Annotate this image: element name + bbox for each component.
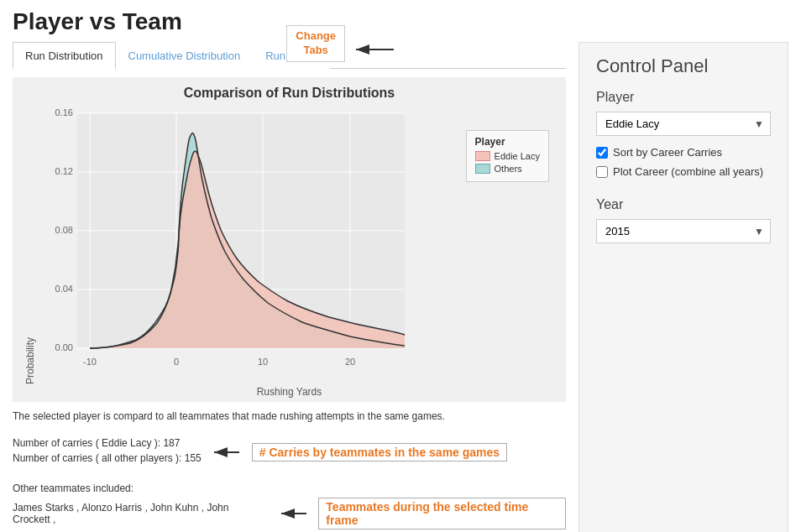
x-axis-label: Rushing Yards — [21, 386, 558, 398]
sort-by-career-carries-label: Sort by Career Carries — [613, 146, 722, 159]
tab-cumulative-distribution[interactable]: Cumulative Distribution — [116, 42, 254, 69]
y-axis-label: Probability — [21, 105, 39, 384]
carries-text-block: Number of carries ( Eddie Lacy ): 187 Nu… — [13, 437, 202, 467]
page-title: Player vs Team — [13, 8, 788, 35]
info-description: The selected player is compard to all te… — [13, 410, 566, 422]
teammates-label: Other teammates included: — [13, 482, 566, 494]
change-tabs-label: ChangeTabs — [286, 25, 345, 62]
player-select[interactable]: Eddie Lacy Aaron Rodgers James Starks — [596, 112, 771, 136]
plot-career-checkbox[interactable] — [596, 166, 608, 178]
change-tabs-callout: ChangeTabs — [286, 25, 398, 62]
legend-title: Player — [475, 136, 540, 148]
player-select-wrap: Eddie Lacy Aaron Rodgers James Starks ▼ — [596, 112, 771, 136]
plot-career-row: Plot Career (combine all years) — [596, 165, 771, 178]
svg-text:20: 20 — [345, 357, 355, 367]
plot-career-label: Plot Career (combine all years) — [613, 165, 763, 178]
legend-label-others: Others — [495, 164, 522, 174]
tab-run-distribution[interactable]: Run Distribution — [13, 42, 116, 69]
control-panel-title: Control Panel — [596, 55, 771, 77]
svg-text:0.00: 0.00 — [55, 342, 73, 352]
legend-color-eddie — [475, 151, 490, 161]
carries-player-text: Number of carries ( Eddie Lacy ): 187 — [13, 437, 202, 449]
svg-text:0: 0 — [174, 357, 179, 367]
player-section-label: Player — [596, 90, 771, 105]
left-panel: Run Distribution Cumulative Distribution… — [13, 42, 566, 532]
chart-inner: Probability — [21, 105, 558, 384]
svg-text:10: 10 — [258, 357, 268, 367]
control-panel: Control Panel Player Eddie Lacy Aaron Ro… — [578, 42, 788, 532]
year-select-wrap: 2015 2014 2013 ▼ — [596, 219, 771, 243]
teammates-arrow-icon — [277, 505, 310, 522]
info-section: The selected player is compard to all te… — [13, 410, 566, 529]
legend-item-eddie: Eddie Lacy — [475, 151, 540, 161]
svg-text:0.04: 0.04 — [55, 284, 73, 294]
carries-others-text: Number of carries ( all other players ):… — [13, 452, 202, 464]
svg-text:0.12: 0.12 — [55, 166, 73, 176]
chart-svg-wrap: 0.00 0.04 0.08 0.12 0.16 -10 0 10 20 — [39, 105, 558, 384]
carries-callout-label: # Carries by teammates in the same games — [252, 443, 507, 462]
sort-by-career-carries-row: Sort by Career Carries — [596, 146, 771, 159]
carries-callout-row: Number of carries ( Eddie Lacy ): 187 Nu… — [13, 437, 566, 467]
chart-legend: Player Eddie Lacy Others — [466, 130, 549, 182]
chart-svg: 0.00 0.04 0.08 0.12 0.16 -10 0 10 20 — [39, 105, 442, 382]
year-select[interactable]: 2015 2014 2013 — [596, 219, 771, 243]
svg-text:0.08: 0.08 — [55, 225, 73, 235]
arrow-icon — [352, 31, 398, 56]
svg-text:0.16: 0.16 — [55, 107, 73, 117]
carries-arrow-icon — [210, 444, 243, 461]
tabs-area: Run Distribution Cumulative Distribution… — [13, 42, 566, 69]
sort-by-career-carries-checkbox[interactable] — [596, 147, 608, 159]
legend-color-others — [475, 164, 490, 174]
legend-item-others: Others — [475, 164, 540, 174]
year-section-label: Year — [596, 197, 771, 212]
teammates-callout-label: Teammates during the selected time frame — [318, 498, 566, 529]
legend-label-eddie: Eddie Lacy — [495, 151, 540, 161]
chart-title: Comparison of Run Distributions — [21, 86, 558, 101]
teammates-callout-row: James Starks , Alonzo Harris , John Kuhn… — [13, 498, 566, 529]
svg-text:-10: -10 — [83, 357, 97, 367]
chart-container: Comparison of Run Distributions Probabil… — [13, 77, 566, 402]
teammates-list: James Starks , Alonzo Harris , John Kuhn… — [13, 502, 269, 525]
